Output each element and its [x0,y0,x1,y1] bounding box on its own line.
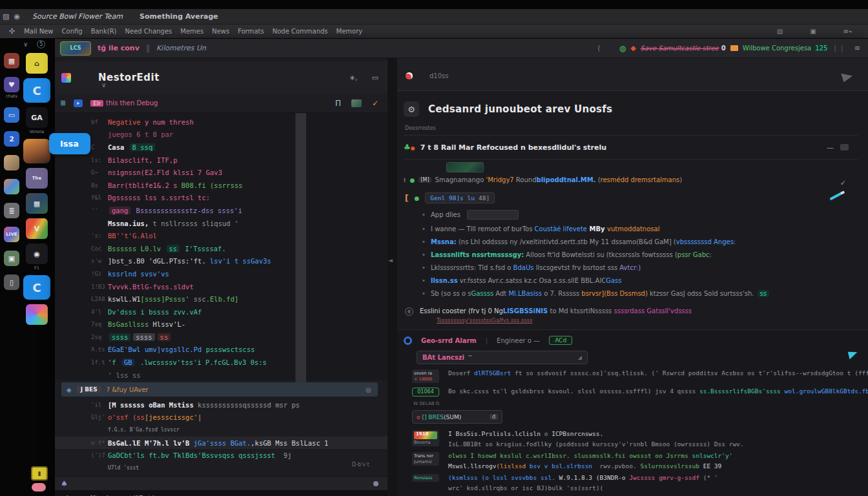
code-line[interactable]: f.G.s. B'Ga.fssd lsvscr [55,424,388,437]
code-line[interactable]: 2sqssssssssss [55,331,388,344]
minimize-icon[interactable]: — [827,143,834,152]
dock-item-blue-two-app[interactable]: 2 [4,131,19,147]
dock-item-v-app[interactable]: V [26,218,48,239]
console-tab-1[interactable]: Geo-srrd Alarm [421,337,477,344]
battery-indicator[interactable]: ▮ [31,466,48,480]
dock-item-paint-app[interactable] [26,304,48,325]
menu-item-node-commands[interactable]: Node Commands [273,28,328,35]
splitter-handle-icon[interactable]: ◄ [388,257,393,264]
menu-item-need-changes[interactable]: Need Changes [125,28,172,35]
record-icon[interactable]: ◉ [14,12,20,21]
more-actions-icon[interactable]: ∗‚ [349,74,358,82]
tab-title[interactable]: tğ ile conv [98,44,140,52]
dock-item-media-app[interactable]: ▦ [26,193,48,214]
menu-item-memory[interactable]: Memory [336,28,363,35]
dock-item-red-grid-app[interactable]: ▦ [4,53,19,68]
code-line[interactable]: 1f.t'f GB .lwcssssv'tss'i P.fcGL.Bv3 0s:… [55,356,388,369]
chevron-down-icon[interactable]: ∨ [101,81,106,88]
preview-thumbnail[interactable] [446,162,484,172]
dock-item-camera-app[interactable]: ▣ [4,251,19,266]
run-check-icon[interactable]: ✓ [372,99,378,108]
code-line[interactable]: 's:BB''t'G.Alol [55,229,388,242]
code-line[interactable]: !G)kssrlnd svsv'vs [55,267,388,280]
dock-item-ga-app[interactable]: GAVerona [26,107,48,134]
console-row-7[interactable]: Rensiass(ksmlsss (o lssl svsvbbs ssl. W.… [412,474,868,491]
code-line[interactable]: (')7GaDCbt'ls ft.bv TklBds'Bssvsqss qsss… [55,449,388,462]
code-line[interactable]: L2A8kswlL.W1[ssss]Pssss' ssc.Elb.fd] [55,293,388,305]
dock-item-code-editor-app-2[interactable]: C [23,275,50,300]
menu-item-config[interactable]: Config [62,28,83,35]
dock-collapse-icon[interactable]: ∨ [23,41,28,48]
code-line[interactable]: ⊟ f*BsGaL.lE M'7h.l lv'B jGa'ssss BGat.,… [55,437,388,450]
console-row-2[interactable]: 01064Bo skc.csss ts'l gsldsbrss ksvoul. … [412,388,868,397]
code-line[interactable]: 'il[M ssssss oBan Mstiss kssssssssssqsss… [55,398,388,411]
window-icon[interactable]: ▨ [3,12,9,21]
menu-item-mail-new[interactable]: Mail New [24,28,53,35]
collapsible-section[interactable]: ♣● 7 t 8 Rail Mar Refocused n bexesdlidu… [404,138,858,156]
debug-run-icon[interactable]: ▸ [74,99,83,107]
column-icon[interactable]: Π [335,99,341,108]
pen-icon[interactable] [829,192,842,201]
code-line[interactable]: juegos 6 t 8 par [55,129,388,141]
inline-input[interactable] [467,210,519,220]
keyboard-icon[interactable]: ▤ [777,28,783,35]
code-area[interactable]: bfNegative y num threshjuegos 6 t 8 parC… [55,113,388,380]
breadcrumb-chip[interactable]: Elr [90,100,103,107]
dock-item-purple-heart-app[interactable]: ♥chats [4,77,19,99]
code-line[interactable]: ''gang Bsssssssssssstz-dss ssss'i [55,204,388,217]
dock-item-the-app[interactable]: The [26,168,48,189]
console-tab-3[interactable]: ACd [549,336,572,345]
code-line[interactable]: G~nsignssn(E2.Fld klssi 7 Gav3 [55,166,388,179]
code-area-lower[interactable]: 'il[M ssssss oBan Mstiss kssssssssssqsss… [55,398,388,476]
footer-link[interactable]: Tsssssssssy'ssssstssGalfvs.sss.ssss [437,317,692,324]
menu-item-memes[interactable]: Memes [180,28,203,35]
alert-pin-icon[interactable]: ◆ [630,44,636,52]
panel-icon[interactable]: ▣ [810,28,816,35]
console-filter-input[interactable]: o [] BRES(SUM)d [412,410,502,424]
maximize-icon[interactable]: ▭ [372,74,378,82]
folder-icon[interactable] [730,45,738,51]
code-line[interactable]: ls:Bilasclift, ITF,p [55,154,388,167]
code-line[interactable]: bfNegative y num thresh [55,116,388,129]
apps-grid-icon[interactable]: ✣ [9,27,15,36]
outline-icon[interactable]: ≣ [60,99,66,107]
dock-item-live-app[interactable]: LIVE [4,227,19,242]
code-line[interactable]: ' lss ss [55,369,388,380]
sync-status-icon[interactable]: ◍ [619,44,626,53]
dock-item-photos-app[interactable] [4,155,19,170]
code-line[interactable]: s'w]bst_s.B0 'dGL.PTss:'ft. lsv'i t ssGa… [55,255,388,268]
code-line[interactable]: U7ld 'ssst [55,462,388,475]
dock-item-orange-tool-app[interactable] [23,139,50,163]
dock-item-document-app[interactable]: ≣ [4,203,19,218]
code-line[interactable]: 8sBarr(tblife1&.2 s B08.fi (ssrrsss [55,179,388,192]
tab-path[interactable]: Kilometres Un [156,44,206,52]
panel-chip-icon[interactable] [840,144,849,150]
dock-item-yellow-app[interactable]: ⌂ [26,53,48,74]
code-line[interactable]: CCasa 8 ssq [55,141,388,154]
code-line[interactable]: A.tsEGaE'Bwl umv]vsgsllc.Pd pssswsctscss [55,344,388,356]
menu-icon[interactable]: ≡ [854,44,860,52]
dock-item-f1-app[interactable]: ◉F1 [26,243,48,271]
network-list-icon[interactable]: ≡⌁ [843,28,852,35]
dock-item-gallery-app[interactable] [4,179,19,194]
pane-divider[interactable]: ◄ [388,58,397,496]
find-options-icon[interactable]: ◎ [366,386,371,393]
menu-item-bank-r-[interactable]: Bank(R) [91,28,117,35]
tab-thumbnail[interactable]: LCS [60,41,91,56]
filter-button[interactable]: d [490,414,498,420]
pink-pill-indicator[interactable] [32,483,46,491]
code-line[interactable]: CocBssssss L0.lv ss I'Tssssaf. [55,242,388,255]
console-tab-2[interactable]: Engineer o — [497,337,540,344]
dock-item-blue-chat-app[interactable]: ▭ [4,107,19,123]
image-preview-icon[interactable] [351,99,362,107]
menu-item-news[interactable]: News [212,28,229,35]
code-line[interactable]: 7sqBsGasllsss Hlssv'L- [55,318,388,331]
console-row-5[interactable]: 1918BoverraI BssSis.Prslisls.lclisln o I… [412,430,868,448]
dock-badge[interactable]: 5 [37,40,45,48]
code-line[interactable]: Glj'o'ssf (ss[jessscissgc'| [55,411,388,424]
dock-item-phone-app[interactable]: ▯ [4,274,19,290]
dock-item-wing-app[interactable] [29,329,45,344]
breadcrumb[interactable]: this then Debug [106,99,158,107]
spade-icon[interactable]: ♠ [61,479,68,488]
send-icon[interactable] [841,70,854,81]
